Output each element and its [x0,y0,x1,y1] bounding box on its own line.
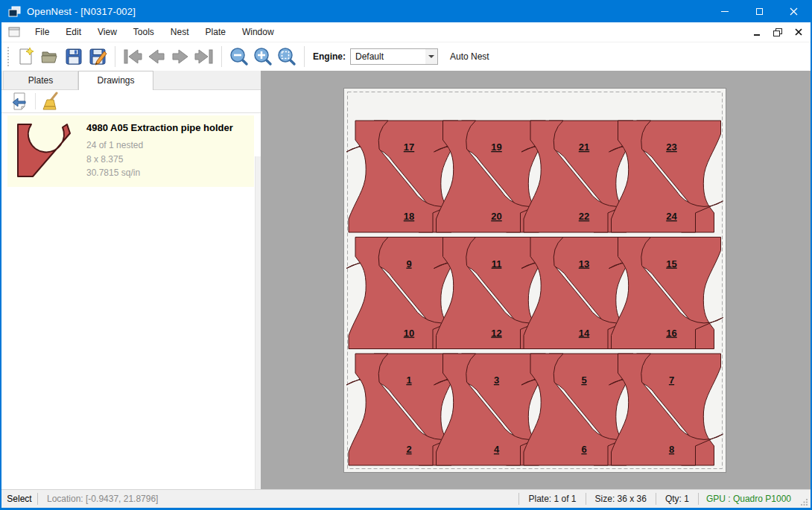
tab-plates[interactable]: Plates [3,71,78,89]
save-as-button[interactable] [86,45,110,68]
part-number: 3 [494,374,499,386]
new-nest-button[interactable] [14,45,38,68]
engine-select[interactable]: Default [350,48,438,65]
drawing-title: 4980 A05 Extraction pipe holder [86,122,233,133]
menu-window[interactable]: Window [234,23,282,41]
status-bar: Select Location: [-0.9437, 21.8796] Plat… [1,489,811,508]
save-button[interactable] [62,45,86,68]
toolbar-separator [221,46,222,67]
zoom-in-button[interactable] [251,45,275,68]
toolbar-separator [115,46,115,67]
part-number: 6 [581,444,586,455]
drawings-list: 4980 A05 Extraction pipe holder 24 of 1 … [1,113,261,489]
part-number: 21 [579,141,589,153]
nest-pair: 78 [609,354,723,465]
first-plate-button[interactable] [121,45,145,68]
maximize-icon [756,8,763,15]
part-number: 24 [666,211,677,222]
auto-nest-button[interactable]: Auto Nest [450,51,489,62]
part-number: 16 [666,328,676,339]
zoom-extents-button[interactable] [275,45,299,68]
status-plate-size: Size: 36 x 36 [586,494,656,504]
status-mode: Select [1,494,37,504]
mdi-restore-icon [773,28,782,36]
part-number: 9 [406,258,411,270]
document-window-icon [8,27,20,37]
status-gpu: GPU : Quadro P1000 [699,494,799,504]
toolbar-separator [304,46,305,67]
previous-plate-button[interactable] [145,45,168,68]
new-document-icon [16,47,36,66]
close-button[interactable] [776,0,811,22]
menu-tools[interactable]: Tools [125,23,162,41]
main-toolbar: Engine: Default Auto Nest [1,42,811,71]
nesting-canvas[interactable]: 171819202122232491011121314151612345678 [261,71,811,489]
drawing-size: 8 x 8.375 [86,153,233,167]
tab-drawings[interactable]: Drawings [78,71,153,90]
close-icon [790,7,798,16]
open-button[interactable] [38,45,62,68]
part-number: 22 [579,211,589,222]
save-as-icon [88,47,107,66]
zoom-in-icon [253,47,273,66]
nest-pair: 1516 [609,238,723,349]
part-number: 20 [491,211,501,222]
menu-plate[interactable]: Plate [197,23,234,41]
menu-nest[interactable]: Nest [162,23,197,41]
mdi-restore-button[interactable] [769,25,787,39]
part-number: 15 [666,258,676,270]
title-bar: OpenNest - [N0317-002] [1,0,811,22]
app-icon [8,6,21,17]
status-location: Location: [-0.9437, 21.8796] [38,494,167,504]
part-number: 18 [404,211,414,222]
drawing-list-item[interactable]: 4980 A05 Extraction pipe holder 24 of 1 … [7,115,254,187]
broom-icon [41,92,60,111]
open-folder-icon [40,47,60,66]
status-qty: Qty: 1 [656,494,698,504]
drawing-area: 30.7815 sq/in [86,166,233,180]
menu-bar: File Edit View Tools Nest Plate Window [1,22,811,42]
part-number: 12 [491,328,501,339]
mdi-minimize-button[interactable] [748,25,766,39]
panel-toolbar-separator [35,93,36,109]
part-number: 23 [666,141,676,153]
menu-edit[interactable]: Edit [57,23,89,41]
maximize-button[interactable] [742,0,776,22]
minimize-button[interactable] [708,0,742,22]
plate[interactable]: 171819202122232491011121314151612345678 [343,88,726,473]
zoom-out-button[interactable] [227,45,251,68]
import-drawing-icon [10,92,30,111]
part-number: 7 [669,374,674,386]
resize-grip-icon [800,498,808,506]
zoom-out-icon [229,47,249,66]
chevron-down-icon [428,55,434,58]
app-window: OpenNest - [N0317-002] File Edit View To… [0,0,812,510]
menu-view[interactable]: View [89,23,125,41]
save-icon [64,47,83,66]
part-number: 19 [491,141,501,153]
clear-drawings-button[interactable] [39,91,62,112]
toolbar-grip[interactable] [7,47,10,66]
part-number: 11 [492,258,502,270]
mdi-minimize-icon [754,34,760,36]
part-number: 4 [494,444,500,455]
part-number: 8 [669,444,674,455]
part-number: 1 [406,374,411,386]
engine-dropdown-button[interactable] [425,49,437,64]
import-drawing-button[interactable] [9,91,31,112]
window-title: OpenNest - [N0317-002] [27,6,136,17]
next-arrow-icon [170,48,191,65]
resize-grip[interactable] [799,490,811,509]
menu-file[interactable]: File [27,23,57,41]
last-plate-button[interactable] [192,45,216,68]
mdi-close-button[interactable] [790,25,808,39]
minimize-icon [721,11,729,12]
part-number: 2 [406,444,411,455]
status-plate-count: Plate: 1 of 1 [519,494,585,504]
first-arrow-icon [122,48,143,65]
next-plate-button[interactable] [168,45,192,68]
drawings-toolbar [1,90,261,113]
last-arrow-icon [194,48,215,65]
list-scrollbar[interactable] [255,156,261,489]
previous-arrow-icon [146,48,167,65]
